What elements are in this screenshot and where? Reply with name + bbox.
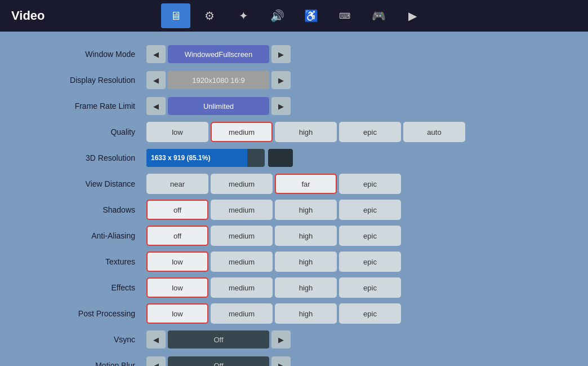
- shadows-opt-high[interactable]: high: [275, 200, 337, 220]
- quality-options: low medium high epic auto: [146, 122, 465, 142]
- shadows-opt-medium[interactable]: medium: [211, 200, 273, 220]
- post-processing-label: Post Processing: [34, 309, 146, 318]
- window-mode-controls: ◀ WindowedFullscreen ▶: [146, 45, 291, 63]
- effects-opt-medium[interactable]: medium: [211, 277, 273, 298]
- window-mode-row: Window Mode ◀ WindowedFullscreen ▶: [34, 43, 554, 65]
- tab-brightness[interactable]: ✦: [229, 3, 258, 28]
- resolution-3d-fill: 1633 x 919 (85.1%): [146, 149, 247, 167]
- settings-content: Window Mode ◀ WindowedFullscreen ▶ Displ…: [0, 32, 588, 366]
- motion-blur-value: Off: [168, 356, 269, 366]
- display-resolution-value: 1920x1080 16:9: [168, 71, 269, 89]
- frame-rate-label: Frame Rate Limit: [34, 102, 146, 111]
- textures-opt-high[interactable]: high: [275, 252, 337, 272]
- view-distance-opt-medium[interactable]: medium: [211, 174, 273, 194]
- frame-rate-row: Frame Rate Limit ◀ Unlimited ▶: [34, 95, 554, 117]
- frame-rate-next[interactable]: ▶: [271, 97, 291, 115]
- quality-opt-low[interactable]: low: [146, 122, 208, 142]
- display-resolution-row: Display Resolution ◀ 1920x1080 16:9 ▶: [34, 69, 554, 91]
- view-distance-opt-far[interactable]: far: [275, 174, 337, 194]
- textures-options: low medium high epic: [146, 252, 401, 272]
- vsync-value: Off: [168, 330, 269, 349]
- page-title: Video: [11, 8, 45, 23]
- display-resolution-next[interactable]: ▶: [271, 71, 291, 89]
- anti-aliasing-opt-high[interactable]: high: [275, 226, 337, 246]
- vsync-label: Vsync: [34, 335, 146, 344]
- quality-opt-epic[interactable]: epic: [339, 122, 401, 142]
- resolution-3d-dark: [268, 149, 293, 167]
- textures-row: Textures low medium high epic: [34, 250, 554, 273]
- post-processing-opt-low[interactable]: low: [146, 303, 208, 324]
- anti-aliasing-opt-epic[interactable]: epic: [339, 226, 401, 246]
- display-resolution-prev[interactable]: ◀: [146, 71, 166, 89]
- motion-blur-label: Motion Blur: [34, 361, 146, 366]
- motion-blur-row: Motion Blur ◀ Off ▶: [34, 354, 554, 366]
- anti-aliasing-opt-off[interactable]: off: [146, 226, 208, 246]
- shadows-opt-epic[interactable]: epic: [339, 200, 401, 220]
- effects-opt-epic[interactable]: epic: [339, 277, 401, 298]
- tab-replay[interactable]: ▶: [398, 3, 427, 28]
- motion-blur-prev[interactable]: ◀: [146, 356, 166, 366]
- window-mode-prev[interactable]: ◀: [146, 45, 166, 63]
- vsync-prev[interactable]: ◀: [146, 330, 166, 349]
- vsync-controls: ◀ Off ▶: [146, 330, 291, 349]
- post-processing-opt-epic[interactable]: epic: [339, 303, 401, 324]
- display-resolution-label: Display Resolution: [34, 76, 146, 85]
- effects-options: low medium high epic: [146, 277, 401, 298]
- display-resolution-controls: ◀ 1920x1080 16:9 ▶: [146, 71, 291, 89]
- resolution-3d-row: 3D Resolution 1633 x 919 (85.1%): [34, 147, 554, 169]
- anti-aliasing-options: off medium high epic: [146, 226, 401, 246]
- tab-accessibility[interactable]: ♿: [296, 3, 326, 28]
- tab-settings[interactable]: ⚙: [195, 3, 224, 28]
- view-distance-opt-epic[interactable]: epic: [339, 174, 401, 194]
- window-mode-label: Window Mode: [34, 50, 146, 59]
- effects-label: Effects: [34, 283, 146, 292]
- quality-opt-high[interactable]: high: [275, 122, 337, 142]
- textures-label: Textures: [34, 257, 146, 266]
- view-distance-opt-near[interactable]: near: [146, 174, 208, 194]
- post-processing-opt-high[interactable]: high: [275, 303, 337, 324]
- effects-opt-low[interactable]: low: [146, 277, 208, 298]
- effects-opt-high[interactable]: high: [275, 277, 337, 298]
- resolution-3d-value: 1633 x 919 (85.1%): [151, 154, 210, 162]
- effects-row: Effects low medium high epic: [34, 276, 554, 299]
- resolution-3d-bar[interactable]: 1633 x 919 (85.1%): [146, 149, 265, 167]
- frame-rate-value: Unlimited: [168, 97, 269, 115]
- anti-aliasing-row: Anti-Aliasing off medium high epic: [34, 224, 554, 247]
- textures-opt-medium[interactable]: medium: [211, 252, 273, 272]
- anti-aliasing-label: Anti-Aliasing: [34, 231, 146, 240]
- frame-rate-prev[interactable]: ◀: [146, 97, 166, 115]
- vsync-row: Vsync ◀ Off ▶: [34, 328, 554, 351]
- textures-opt-epic[interactable]: epic: [339, 252, 401, 272]
- tab-audio[interactable]: 🔊: [262, 3, 292, 28]
- motion-blur-next[interactable]: ▶: [271, 356, 291, 366]
- motion-blur-controls: ◀ Off ▶: [146, 356, 291, 366]
- post-processing-opt-medium[interactable]: medium: [211, 303, 273, 324]
- resolution-3d-controls: 1633 x 919 (85.1%): [146, 149, 293, 167]
- view-distance-label: View Distance: [34, 179, 146, 188]
- post-processing-row: Post Processing low medium high epic: [34, 302, 554, 325]
- shadows-label: Shadows: [34, 205, 146, 214]
- window-mode-next[interactable]: ▶: [271, 45, 291, 63]
- tab-display[interactable]: 🖥: [161, 3, 190, 28]
- vsync-next[interactable]: ▶: [271, 330, 291, 349]
- anti-aliasing-opt-medium[interactable]: medium: [211, 226, 273, 246]
- top-bar: Video 🖥 ⚙ ✦ 🔊 ♿ ⌨ 🎮 ▶: [0, 0, 588, 32]
- tab-keybinds[interactable]: ⌨: [330, 3, 359, 28]
- quality-opt-medium[interactable]: medium: [211, 122, 273, 142]
- quality-label: Quality: [34, 127, 146, 136]
- tab-icon-group: 🖥 ⚙ ✦ 🔊 ♿ ⌨ 🎮 ▶: [161, 3, 427, 28]
- quality-opt-auto[interactable]: auto: [403, 122, 465, 142]
- shadows-opt-off[interactable]: off: [146, 200, 208, 220]
- view-distance-row: View Distance near medium far epic: [34, 173, 554, 195]
- view-distance-options: near medium far epic: [146, 174, 401, 194]
- frame-rate-controls: ◀ Unlimited ▶: [146, 97, 291, 115]
- textures-opt-low[interactable]: low: [146, 252, 208, 272]
- quality-row: Quality low medium high epic auto: [34, 121, 554, 143]
- shadows-options: off medium high epic: [146, 200, 401, 220]
- resolution-3d-label: 3D Resolution: [34, 153, 146, 162]
- shadows-row: Shadows off medium high epic: [34, 199, 554, 221]
- post-processing-options: low medium high epic: [146, 303, 401, 324]
- window-mode-value: WindowedFullscreen: [168, 45, 269, 63]
- tab-controller[interactable]: 🎮: [364, 3, 393, 28]
